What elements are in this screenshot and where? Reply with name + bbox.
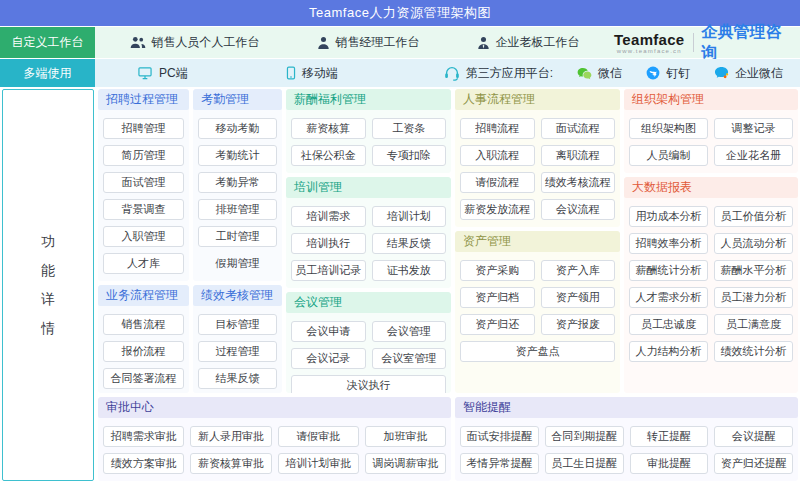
feature-button[interactable]: 资产归还提醒: [714, 453, 793, 474]
workbench-item-boss[interactable]: 企业老板工作台: [477, 34, 580, 51]
feature-button[interactable]: 转正提醒: [630, 426, 709, 447]
feature-button[interactable]: 新人录用审批: [190, 426, 271, 447]
feature-button[interactable]: 资产盘点: [460, 341, 615, 362]
feature-button[interactable]: 结果反馈: [198, 368, 277, 389]
dingtalk-icon: [646, 66, 660, 80]
feature-button[interactable]: 请假审批: [278, 426, 359, 447]
feature-button[interactable]: 绩效统计分析: [714, 341, 793, 362]
phone-icon: [286, 66, 296, 80]
feature-button[interactable]: 人员编制: [629, 145, 708, 166]
feature-button[interactable]: 资产入库: [541, 260, 616, 281]
feature-button[interactable]: 入职管理: [103, 226, 184, 247]
platform-wecom[interactable]: 企业微信: [714, 65, 783, 82]
feature-button[interactable]: 会议申请: [291, 321, 366, 342]
feature-button[interactable]: 简历管理: [103, 145, 184, 166]
feature-button[interactable]: 绩效方案审批: [103, 453, 184, 474]
feature-button[interactable]: 面试安排提醒: [460, 426, 539, 447]
feature-button[interactable]: 离职流程: [541, 145, 616, 166]
workbench-badge: 自定义工作台: [0, 27, 95, 58]
feature-button[interactable]: 结果反馈: [372, 233, 447, 254]
feature-button[interactable]: 培训计划审批: [278, 453, 359, 474]
sidebar-vertical-label: 功能详情: [41, 233, 55, 338]
feature-button[interactable]: 招聘管理: [103, 118, 184, 139]
feature-button[interactable]: 员工满意度: [714, 314, 793, 335]
section-title: 会议管理: [286, 292, 451, 313]
feature-button[interactable]: 招聘流程: [460, 118, 535, 139]
feature-button[interactable]: 目标管理: [198, 314, 277, 335]
feature-button[interactable]: 培训执行: [291, 233, 366, 254]
feature-button[interactable]: 培训需求: [291, 206, 366, 227]
third-party-group: 第三方应用平台: 微信 钉钉: [444, 65, 783, 82]
feature-button[interactable]: 资产采购: [460, 260, 535, 281]
feature-button[interactable]: 入职流程: [460, 145, 535, 166]
feature-button[interactable]: 考情异常提醒: [460, 453, 539, 474]
feature-button[interactable]: 招聘效率分析: [629, 233, 708, 254]
feature-button[interactable]: 加班审批: [365, 426, 446, 447]
feature-button[interactable]: 员工忠诚度: [629, 314, 708, 335]
feature-button[interactable]: 员工培训记录: [291, 260, 366, 281]
feature-button[interactable]: 资产报废: [541, 314, 616, 335]
feature-button[interactable]: 决议执行: [291, 375, 446, 393]
feature-button[interactable]: 审批提醒: [630, 453, 709, 474]
feature-button[interactable]: 薪资核算审批: [190, 453, 271, 474]
feature-button[interactable]: 假期管理: [198, 253, 277, 274]
feature-button[interactable]: 员工价值分析: [714, 206, 793, 227]
feature-button[interactable]: 过程管理: [198, 341, 277, 362]
main-area: 功能详情 招聘过程管理 招聘管理简历管理面试管理背景调查入职管理人才库 业务流程…: [0, 87, 800, 483]
feature-button[interactable]: 企业花名册: [714, 145, 793, 166]
feature-button[interactable]: 合同签署流程: [103, 368, 184, 389]
feature-button[interactable]: 绩效考核流程: [541, 172, 616, 193]
workbench-item-sales-personal[interactable]: 销售人员个人工作台: [130, 34, 260, 51]
section-org: 组织架构管理 组织架构图调整记录人员编制企业花名册: [624, 89, 798, 173]
platform-pc[interactable]: PC端: [137, 65, 188, 82]
feature-button[interactable]: 人才需求分析: [629, 287, 708, 308]
feature-button[interactable]: 薪资核算: [291, 118, 366, 139]
feature-button[interactable]: 专项扣除: [372, 145, 447, 166]
section-items: 目标管理过程管理结果反馈: [193, 306, 282, 393]
feature-button[interactable]: 背景调查: [103, 199, 184, 220]
feature-button[interactable]: 人员流动分析: [714, 233, 793, 254]
feature-button[interactable]: 会议记录: [291, 348, 366, 369]
feature-button[interactable]: 薪酬统计分析: [629, 260, 708, 281]
feature-button[interactable]: 面试管理: [103, 172, 184, 193]
sidebar-function-details: 功能详情: [2, 89, 94, 481]
feature-button[interactable]: 社保公积金: [291, 145, 366, 166]
feature-button[interactable]: 薪资发放流程: [460, 199, 535, 220]
workbench-item-sales-manager[interactable]: 销售经理工作台: [317, 34, 420, 51]
feature-button[interactable]: 工资条: [372, 118, 447, 139]
feature-button[interactable]: 资产归档: [460, 287, 535, 308]
feature-button[interactable]: 会议提醒: [714, 426, 793, 447]
feature-button[interactable]: 调整记录: [714, 118, 793, 139]
feature-button[interactable]: 资产领用: [541, 287, 616, 308]
feature-button[interactable]: 招聘需求审批: [103, 426, 184, 447]
feature-button[interactable]: 会议室管理: [372, 348, 447, 369]
feature-button[interactable]: 销售流程: [103, 314, 184, 335]
feature-button[interactable]: 员工潜力分析: [714, 287, 793, 308]
feature-button[interactable]: 资产归还: [460, 314, 535, 335]
feature-button[interactable]: 人才库: [103, 253, 184, 274]
feature-button[interactable]: 组织架构图: [629, 118, 708, 139]
feature-button[interactable]: 培训计划: [372, 206, 447, 227]
feature-button[interactable]: 考勤异常: [198, 172, 277, 193]
platform-mobile[interactable]: 移动端: [286, 65, 338, 82]
feature-button[interactable]: 合同到期提醒: [545, 426, 624, 447]
feature-button[interactable]: 调岗调薪审批: [365, 453, 446, 474]
feature-button[interactable]: 请假流程: [460, 172, 535, 193]
workbench-item-label: 销售人员个人工作台: [152, 34, 260, 51]
feature-button[interactable]: 面试流程: [541, 118, 616, 139]
feature-button[interactable]: 排班管理: [198, 199, 277, 220]
feature-button[interactable]: 会议流程: [541, 199, 616, 220]
feature-button[interactable]: 考勤统计: [198, 145, 277, 166]
platform-dingtalk[interactable]: 钉钉: [646, 65, 690, 82]
feature-button[interactable]: 证书发放: [372, 260, 447, 281]
feature-button[interactable]: 报价流程: [103, 341, 184, 362]
feature-button[interactable]: 工时管理: [198, 226, 277, 247]
feature-button[interactable]: 用功成本分析: [629, 206, 708, 227]
feature-button[interactable]: 移动考勤: [198, 118, 277, 139]
section-items: 招聘管理简历管理面试管理背景调查入职管理人才库: [98, 110, 189, 281]
feature-button[interactable]: 人力结构分析: [629, 341, 708, 362]
feature-button[interactable]: 会议管理: [372, 321, 447, 342]
feature-button[interactable]: 薪酬水平分析: [714, 260, 793, 281]
platform-wechat[interactable]: 微信: [577, 65, 622, 82]
feature-button[interactable]: 员工生日提醒: [545, 453, 624, 474]
